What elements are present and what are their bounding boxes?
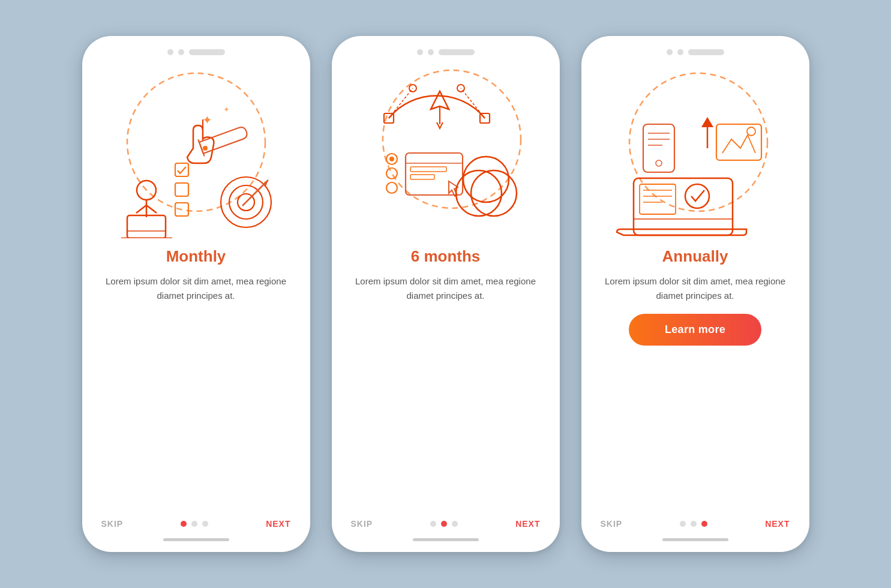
svg-text:✦: ✦ — [202, 113, 212, 127]
nav-annually: SKIP NEXT — [581, 519, 809, 529]
status-dot — [178, 49, 184, 55]
phone-top-bar-annually — [667, 49, 724, 55]
dot-3-6months — [452, 521, 458, 527]
skip-button-annually[interactable]: SKIP — [601, 519, 623, 529]
status-pill — [688, 49, 724, 55]
dot-2-monthly — [191, 521, 197, 527]
nav-monthly: SKIP NEXT — [82, 519, 310, 529]
illustration-6months — [350, 61, 542, 241]
home-bar-6months — [413, 538, 479, 541]
svg-line-3 — [136, 205, 146, 213]
dot-1-monthly — [181, 521, 187, 527]
next-button-monthly[interactable]: NEXT — [266, 519, 290, 529]
svg-point-53 — [656, 160, 662, 166]
title-annually: Annually — [662, 247, 728, 266]
svg-point-57 — [747, 127, 755, 136]
svg-marker-55 — [701, 117, 713, 127]
dots-6months — [430, 521, 458, 527]
illustration-monthly: ✦ ✦ — [100, 61, 292, 241]
desc-6months: Lorem ipsum dolor sit dim amet, mea regi… — [332, 274, 560, 303]
dots-monthly — [181, 521, 208, 527]
svg-rect-36 — [410, 175, 434, 179]
dot-2-6months — [441, 521, 447, 527]
next-button-annually[interactable]: NEXT — [765, 519, 790, 529]
desc-annually: Lorem ipsum dolor sit dim amet, mea regi… — [581, 274, 809, 303]
desc-monthly: Lorem ipsum dolor sit dim amet, mea regi… — [82, 274, 310, 303]
nav-6months: SKIP NEXT — [332, 519, 560, 529]
phone-6months: 6 months Lorem ipsum dolor sit dim amet,… — [332, 36, 560, 552]
svg-rect-42 — [634, 178, 733, 235]
svg-point-12 — [203, 146, 208, 151]
phone-annually: Annually Lorem ipsum dolor sit dim amet,… — [581, 36, 809, 552]
svg-point-21 — [383, 70, 521, 208]
dot-1-annually — [680, 521, 686, 527]
svg-line-25 — [461, 88, 485, 118]
status-dot — [417, 49, 423, 55]
svg-rect-9 — [175, 183, 188, 196]
svg-rect-8 — [175, 163, 188, 176]
status-dot — [667, 49, 673, 55]
svg-rect-5 — [127, 215, 166, 238]
illustration-annually — [599, 61, 791, 241]
skip-button-monthly[interactable]: SKIP — [101, 519, 124, 529]
home-bar-annually — [662, 538, 728, 541]
home-bar-monthly — [163, 538, 229, 541]
phone-top-bar-monthly — [167, 49, 225, 55]
svg-rect-35 — [410, 167, 446, 172]
svg-point-40 — [463, 157, 509, 202]
status-dot — [167, 49, 173, 55]
svg-point-31 — [386, 168, 397, 179]
title-monthly: Monthly — [166, 247, 226, 266]
dot-3-monthly — [202, 521, 208, 527]
svg-point-30 — [389, 157, 394, 161]
status-dot — [428, 49, 434, 55]
status-pill — [189, 49, 225, 55]
skip-button-6months[interactable]: SKIP — [351, 519, 373, 529]
svg-point-32 — [386, 182, 397, 193]
svg-text:✦: ✦ — [223, 105, 230, 114]
dot-3-annually — [701, 521, 707, 527]
dots-annually — [680, 521, 707, 527]
dot-2-annually — [691, 521, 697, 527]
svg-point-0 — [127, 73, 265, 211]
svg-line-18 — [242, 202, 246, 206]
svg-point-48 — [685, 184, 709, 208]
svg-line-4 — [146, 205, 157, 213]
dot-1-6months — [430, 521, 436, 527]
phone-top-bar-6months — [417, 49, 475, 55]
title-6months: 6 months — [411, 247, 481, 266]
status-dot — [677, 49, 683, 55]
svg-rect-44 — [640, 184, 676, 214]
svg-rect-49 — [643, 124, 674, 172]
phones-container: ✦ ✦ Monthly Lorem ipsum dolor sit dim am… — [82, 36, 809, 552]
phone-monthly: ✦ ✦ Monthly Lorem ipsum dolor sit dim am… — [82, 36, 310, 552]
learn-more-button[interactable]: Learn more — [629, 314, 761, 346]
status-pill — [439, 49, 475, 55]
next-button-6months[interactable]: NEXT — [515, 519, 540, 529]
